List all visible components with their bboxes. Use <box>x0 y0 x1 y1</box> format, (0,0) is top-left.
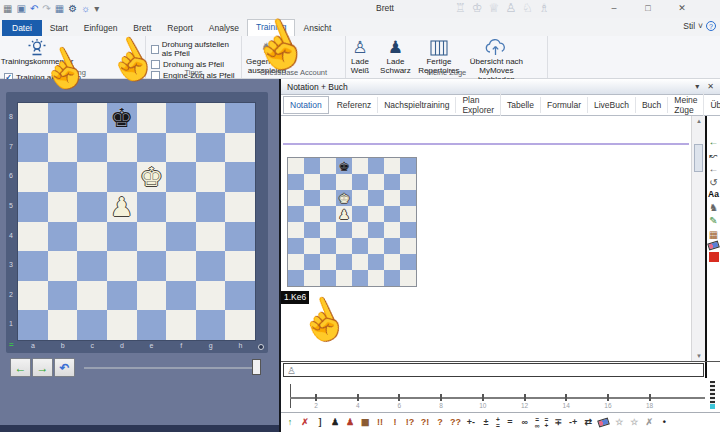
square-d2[interactable] <box>336 254 352 270</box>
square-c3[interactable] <box>320 238 336 254</box>
square-c6[interactable] <box>320 190 336 206</box>
bk-piece[interactable]: ♚ <box>107 103 137 133</box>
minimize-button[interactable]: – <box>605 3 623 13</box>
move-tooltip[interactable]: 1.Ke6 <box>281 291 309 304</box>
square-f8[interactable] <box>166 103 196 133</box>
square-f7[interactable] <box>166 133 196 163</box>
square-b3[interactable] <box>304 238 320 254</box>
square-d4[interactable] <box>336 222 352 238</box>
wp-piece[interactable]: ♟ <box>107 192 137 222</box>
square-b6[interactable] <box>304 190 320 206</box>
symbol-pawn-black[interactable]: ♟ <box>330 418 340 427</box>
save-icon[interactable]: ▣ <box>16 4 25 14</box>
knight-arrow-annotation-icon[interactable]: ↜ <box>709 150 717 161</box>
symbol-diagram[interactable]: ▦ <box>360 418 370 427</box>
symbol-very-good-move[interactable]: !! <box>375 418 385 427</box>
symbol-compensation[interactable]: =∞ <box>535 417 540 428</box>
square-b8[interactable] <box>304 158 320 174</box>
square-d7[interactable] <box>107 133 137 163</box>
wp-piece[interactable]: ♟ <box>336 206 352 222</box>
notation-tab-nachspieltraining[interactable]: Nachspieltraining <box>378 97 456 113</box>
undo-icon[interactable]: ↶ <box>30 4 38 14</box>
overflow-icon[interactable]: ▾ <box>94 4 99 14</box>
symbol-mistake[interactable]: ? <box>435 418 445 427</box>
square-b4[interactable] <box>48 222 78 252</box>
uebersicht-hochladen-button[interactable]: Übersicht nach MyMoves hochladen <box>465 37 527 85</box>
square-b5[interactable] <box>304 206 320 222</box>
square-g8[interactable] <box>384 158 400 174</box>
image-annotation-icon[interactable]: ▦ <box>709 229 718 240</box>
checkbox-drohung-aufstellen[interactable]: Drohung aufstellen als Pfeil <box>151 40 241 58</box>
symbol-delete-annotation[interactable]: ✗ <box>644 418 654 427</box>
main-chessboard[interactable]: ♚♚♟ <box>18 103 255 340</box>
square-f2[interactable] <box>368 254 384 270</box>
game-slider-thumb[interactable] <box>252 359 261 375</box>
square-a3[interactable] <box>18 251 48 281</box>
square-f2[interactable] <box>166 281 196 311</box>
square-e4[interactable] <box>137 222 167 252</box>
square-b3[interactable] <box>48 251 78 281</box>
square-f1[interactable] <box>368 270 384 286</box>
ribbon-tab-brett[interactable]: Brett <box>125 20 159 36</box>
square-g7[interactable] <box>196 133 226 163</box>
square-f6[interactable] <box>368 190 384 206</box>
square-b5[interactable] <box>48 192 78 222</box>
square-h2[interactable] <box>225 281 255 311</box>
symbol-star[interactable]: ☆ <box>614 418 624 427</box>
square-g2[interactable] <box>384 254 400 270</box>
board-setup-icon[interactable]: ▦ <box>55 4 64 14</box>
square-f4[interactable] <box>166 222 196 252</box>
square-f3[interactable] <box>166 251 196 281</box>
square-f7[interactable] <box>368 174 384 190</box>
square-c4[interactable] <box>77 222 107 252</box>
arrow2-annotation-icon[interactable]: ← <box>709 163 719 174</box>
game-slider-track[interactable] <box>84 367 252 369</box>
square-h7[interactable] <box>400 174 416 190</box>
square-e1[interactable] <box>352 270 368 286</box>
square-c7[interactable] <box>320 174 336 190</box>
redo-icon[interactable]: ↷ <box>42 4 50 14</box>
wk-piece[interactable]: ♚ <box>336 190 352 206</box>
symbol-star-new[interactable]: ☆ <box>629 418 639 427</box>
square-e1[interactable] <box>137 310 167 340</box>
square-c8[interactable] <box>77 103 107 133</box>
square-g3[interactable] <box>384 238 400 254</box>
square-a2[interactable] <box>288 254 304 270</box>
square-b7[interactable] <box>304 174 320 190</box>
square-h1[interactable] <box>400 270 416 286</box>
square-h3[interactable] <box>225 251 255 281</box>
square-g4[interactable] <box>196 222 226 252</box>
square-b1[interactable] <box>48 310 78 340</box>
symbol-bracket[interactable]: ] <box>315 418 325 427</box>
square-a4[interactable] <box>18 222 48 252</box>
square-d2[interactable] <box>107 281 137 311</box>
square-c1[interactable] <box>77 310 107 340</box>
square-h5[interactable] <box>400 206 416 222</box>
square-e8[interactable] <box>352 158 368 174</box>
style-selector[interactable]: Stil ˅ ? <box>683 21 716 31</box>
help-icon[interactable]: ? <box>706 21 716 31</box>
square-b7[interactable] <box>48 133 78 163</box>
square-h6[interactable] <box>400 190 416 206</box>
square-d6[interactable] <box>107 162 137 192</box>
symbol-eraser[interactable] <box>597 417 610 427</box>
square-e5[interactable] <box>352 206 368 222</box>
square-c2[interactable] <box>320 254 336 270</box>
square-h5[interactable] <box>225 192 255 222</box>
square-f4[interactable] <box>368 222 384 238</box>
square-a1[interactable] <box>288 270 304 286</box>
scroll-up-icon[interactable]: ▲ <box>692 118 706 124</box>
notation-tab-übersichten[interactable]: Übersichten <box>704 97 720 113</box>
symbol-dot[interactable]: • <box>659 418 669 427</box>
scrollbar-thumb[interactable] <box>694 144 703 172</box>
square-g8[interactable] <box>196 103 226 133</box>
square-d7[interactable] <box>336 174 352 190</box>
symbol-arrow-up[interactable]: ↑ <box>285 418 295 427</box>
pane-close-icon[interactable]: ✕ <box>707 82 714 91</box>
symbol-cross-red[interactable]: ✗ <box>300 418 310 427</box>
square-h3[interactable] <box>400 238 416 254</box>
square-g6[interactable] <box>384 190 400 206</box>
square-e4[interactable] <box>352 222 368 238</box>
close-button[interactable]: ✕ <box>673 3 691 13</box>
notation-scrollbar[interactable]: ▲ ▼ <box>691 116 705 361</box>
